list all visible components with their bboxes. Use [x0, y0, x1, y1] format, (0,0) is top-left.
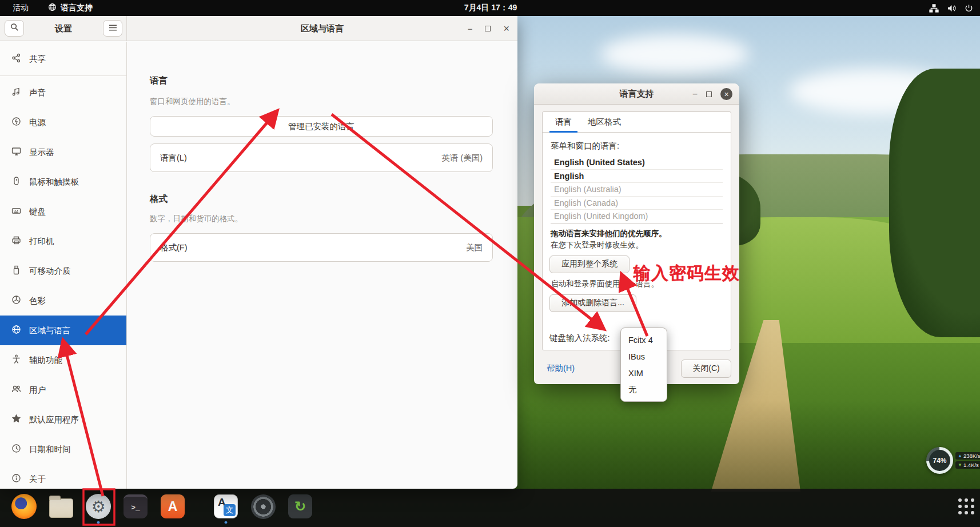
sidebar-item-power[interactable]: 电源 — [0, 107, 126, 137]
network-icon[interactable] — [929, 4, 939, 13]
formats-row[interactable]: 格式(F) 美国 — [150, 233, 493, 262]
language-name: English — [554, 171, 584, 181]
language-list-item[interactable]: English — [551, 170, 723, 183]
language-priority-list: English (United States) English English … — [551, 156, 723, 223]
sidebar-label: 电源 — [29, 117, 46, 128]
minimize-icon[interactable]: − — [468, 24, 473, 34]
ime-option-fcitx4[interactable]: Fcitx 4 — [621, 332, 667, 348]
display-icon — [11, 146, 21, 158]
focused-app-title: 语言支持 — [61, 3, 93, 13]
dock-media-player[interactable] — [250, 494, 276, 519]
hamburger-icon — [109, 23, 117, 34]
down-speed-value: 1.4K/s — [963, 462, 979, 468]
apply-hint: 启动和登录界面使用同一语言。 — [551, 279, 724, 289]
focused-app-menu[interactable]: 语言支持 — [48, 3, 93, 13]
sidebar-item-printers[interactable]: 打印机 — [0, 226, 126, 256]
language-support-dialog: 语言支持 − × 语言 地区格式 菜单和窗口的语言: English (Unit… — [534, 83, 739, 384]
language-name: English (Australia) — [554, 185, 622, 194]
language-list-item[interactable]: English (United Kingdom) — [551, 210, 723, 223]
language-row[interactable]: 语言(L) 英语 (美国) — [150, 143, 493, 172]
maximize-icon[interactable] — [706, 91, 712, 97]
apply-system-wide-button[interactable]: 应用到整个系统 — [549, 255, 630, 273]
activities-button[interactable]: 活动 — [9, 3, 32, 13]
sidebar-item-keyboard[interactable]: 键盘 — [0, 197, 126, 226]
cloud — [600, 34, 749, 74]
dialog-content-frame: 语言 地区格式 菜单和窗口的语言: English (United States… — [542, 111, 731, 350]
up-arrow-icon: ▲ — [958, 453, 962, 458]
dialog-titlebar[interactable]: 语言支持 − × — [534, 83, 739, 105]
clock-icon — [11, 444, 21, 455]
tab-regional-formats[interactable]: 地区格式 — [580, 112, 629, 132]
settings-sidebar: 共享 声音 电源 显示器 鼠标和触摸板 键盘 — [0, 42, 127, 489]
tab-label: 语言 — [555, 117, 572, 127]
sidebar-item-about[interactable]: 关于 — [0, 464, 126, 494]
top-bar: 活动 语言支持 7月4日 17：49 — [0, 0, 980, 16]
language-list-item[interactable]: English (Canada) — [551, 197, 723, 210]
download-speed: ▼ 1.4K/s — [955, 461, 980, 469]
gear-icon: ⚙ — [86, 494, 111, 519]
desktop: 活动 语言支持 7月4日 17：49 — [0, 0, 980, 527]
sidebar-item-default-apps[interactable]: 默认应用程序 — [0, 405, 126, 434]
ime-dropdown-menu: Fcitx 4 IBus XIM 无 — [620, 328, 667, 402]
sidebar-item-mouse[interactable]: 鼠标和触摸板 — [0, 167, 126, 197]
dock-settings[interactable]: ⚙ — [86, 494, 111, 519]
system-monitor-widget[interactable]: 74% ▲ 238K/s ▼ 1.4K/s — [926, 447, 980, 474]
language-list-item[interactable]: English (Australia) — [551, 183, 723, 197]
sidebar-item-region-language[interactable]: 区域与语言 — [0, 316, 126, 345]
formats-section-title: 格式 — [150, 193, 168, 205]
sidebar-item-removable-media[interactable]: 可移动介质 — [0, 256, 126, 286]
cjk-wen-glyph: 文 — [224, 504, 236, 516]
maximize-icon[interactable] — [485, 26, 491, 31]
firefox-icon — [11, 494, 37, 519]
accessibility-icon — [11, 354, 21, 366]
ime-option-none[interactable]: 无 — [621, 381, 667, 398]
ime-system-label: 键盘输入法系统: — [549, 333, 610, 344]
formats-section-desc: 数字，日期和货币的格式。 — [150, 214, 242, 224]
clock[interactable]: 7月4日 17：49 — [464, 3, 517, 13]
language-name: English (United States) — [554, 158, 645, 167]
language-list-item[interactable]: English (United States) — [551, 156, 723, 170]
dock-software-updater[interactable]: ↻ — [288, 494, 313, 519]
language-section-title: 语言 — [150, 75, 168, 87]
users-icon — [11, 384, 21, 396]
sidebar-item-sharing[interactable]: 共享 — [0, 44, 126, 74]
dock-ubuntu-software[interactable]: A — [160, 494, 185, 519]
keyboard-icon — [11, 206, 21, 217]
help-button[interactable]: 帮助(H) — [542, 361, 579, 376]
close-icon[interactable]: × — [503, 23, 509, 35]
sidebar-label: 键盘 — [29, 206, 46, 217]
up-speed-value: 238K/s — [963, 453, 980, 459]
manage-installed-languages-button[interactable]: 管理已安装的语言 — [150, 116, 493, 137]
dock-fcitx[interactable]: A 文 — [213, 494, 238, 519]
minimize-icon[interactable]: − — [692, 89, 698, 99]
language-name: English (United Kingdom) — [554, 211, 648, 221]
sidebar-label: 鼠标和触摸板 — [29, 177, 79, 187]
sidebar-item-color[interactable]: 色彩 — [0, 286, 126, 316]
dock-terminal[interactable]: >_ — [123, 494, 148, 519]
files-icon — [49, 498, 73, 518]
tab-language[interactable]: 语言 — [547, 112, 580, 132]
ime-option-ibus[interactable]: IBus — [621, 348, 667, 365]
share-icon — [11, 53, 21, 65]
running-indicator — [97, 521, 100, 524]
sidebar-item-sound[interactable]: 声音 — [0, 78, 126, 107]
close-dialog-button[interactable]: 关闭(C) — [681, 360, 731, 378]
sidebar-item-accessibility[interactable]: 辅助功能 — [0, 345, 126, 375]
sidebar-item-users[interactable]: 用户 — [0, 375, 126, 405]
upload-speed: ▲ 238K/s — [955, 452, 980, 460]
sidebar-item-datetime[interactable]: 日期和时间 — [0, 434, 126, 464]
usage-gauge: 74% — [926, 447, 953, 474]
install-remove-languages-button[interactable]: 添加或删除语言... — [549, 294, 636, 312]
close-icon[interactable]: × — [720, 88, 732, 100]
ime-option-xim[interactable]: XIM — [621, 365, 667, 381]
app-grid-button[interactable] — [958, 498, 975, 516]
menus-language-label: 菜单和窗口的语言: — [551, 141, 724, 151]
menu-button[interactable] — [103, 20, 122, 37]
sound-icon — [11, 87, 21, 98]
dock-files[interactable] — [49, 494, 74, 519]
volume-icon[interactable] — [947, 4, 957, 13]
power-icon[interactable] — [965, 4, 973, 13]
sidebar-item-displays[interactable]: 显示器 — [0, 137, 126, 167]
removable-media-icon — [11, 265, 21, 277]
dock-firefox[interactable] — [11, 494, 37, 519]
